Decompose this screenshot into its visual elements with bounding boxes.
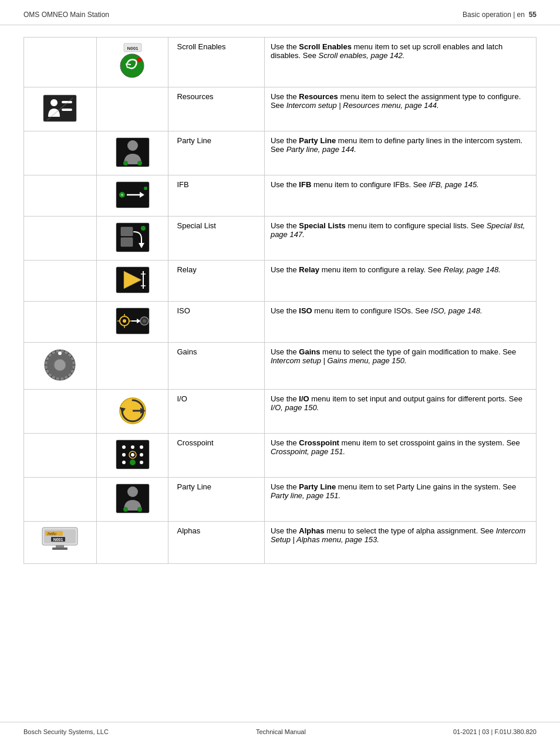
- header-left: OMS OMNEO Main Station: [23, 11, 109, 19]
- icon-right-cell: [96, 478, 168, 522]
- svg-point-15: [121, 194, 123, 196]
- icon-right-cell: [96, 217, 168, 261]
- svg-point-11: [123, 161, 128, 165]
- svg-rect-90: [52, 547, 68, 550]
- table-row: Special ListUse the Special Lists menu i…: [24, 217, 537, 261]
- row-name: Relay: [168, 261, 264, 302]
- row-description: Use the Relay menu item to configure a r…: [264, 261, 536, 302]
- icon-left-cell: [24, 261, 97, 302]
- icon-right-cell: N001: [96, 38, 168, 87]
- page: OMS OMNEO Main Station Basic operation |…: [0, 0, 560, 747]
- io-icon: [115, 420, 150, 428]
- alphas-icon: hello N001: [39, 550, 80, 559]
- iso-icon: [115, 329, 150, 337]
- row-description: Use the Gains menu to select the type of…: [264, 343, 536, 390]
- table-row: N001 Scroll EnablesUse the Scroll Enable…: [24, 38, 537, 87]
- row-description: Use the Alphas menu to select the type o…: [264, 522, 536, 564]
- svg-point-10: [127, 140, 138, 151]
- table-row: CrosspointUse the Crosspoint menu item t…: [24, 434, 537, 478]
- table-row: ISOUse the ISO menu item to configure IS…: [24, 302, 537, 343]
- relay-icon: [115, 288, 150, 296]
- svg-point-18: [144, 187, 147, 190]
- row-name: Party Line: [168, 131, 264, 175]
- svg-point-12: [137, 161, 142, 165]
- svg-point-62: [58, 351, 62, 355]
- icon-right-cell: [96, 302, 168, 343]
- row-name: Crosspoint: [168, 434, 264, 478]
- table-row: hello N001 AlphasUse the Alphas menu to …: [24, 522, 537, 564]
- svg-point-63: [54, 359, 66, 371]
- row-description: Use the IFB menu item to configure IFBs.…: [264, 175, 536, 217]
- row-name: Special List: [168, 217, 264, 261]
- footer-left: Bosch Security Systems, LLC: [23, 728, 109, 735]
- table-row: IFBUse the IFB menu item to configure IF…: [24, 175, 537, 217]
- svg-point-73: [131, 453, 134, 457]
- table-row: GainsUse the Gains menu to select the ty…: [24, 343, 537, 390]
- svg-point-72: [122, 453, 126, 457]
- svg-point-69: [122, 445, 126, 449]
- row-name: ISO: [168, 302, 264, 343]
- table-row: ResourcesUse the Resources menu item to …: [24, 87, 537, 131]
- svg-point-75: [122, 461, 126, 464]
- party-line-icon: [115, 161, 150, 170]
- svg-text:N001: N001: [127, 46, 139, 51]
- svg-point-80: [127, 486, 138, 497]
- icon-right-cell: [96, 434, 168, 478]
- svg-point-76: [130, 459, 136, 465]
- main-table: N001 Scroll EnablesUse the Scroll Enable…: [23, 37, 537, 564]
- svg-point-5: [50, 99, 58, 106]
- icon-right-cell: [96, 522, 168, 564]
- gains-icon: [41, 376, 79, 384]
- crosspoint-icon: [115, 464, 150, 472]
- svg-point-39: [143, 319, 146, 323]
- svg-rect-7: [62, 109, 72, 111]
- row-description: Use the ISO menu item to configure ISOs.…: [264, 302, 536, 343]
- row-description: Use the Scroll Enables menu item to set …: [264, 38, 536, 87]
- svg-rect-20: [121, 227, 133, 236]
- scroll-enables-icon: N001: [113, 73, 151, 82]
- footer-right: 01-2021 | 03 | F.01U.380.820: [453, 728, 537, 735]
- header-right: Basic operation | en 55: [463, 11, 537, 19]
- page-number: 55: [529, 11, 537, 19]
- svg-point-74: [140, 453, 143, 457]
- header-right-text: Basic operation | en: [463, 11, 525, 19]
- icon-left-cell: [24, 87, 97, 131]
- row-name: IFB: [168, 175, 264, 217]
- table-row: Party LineUse the Party Line menu item t…: [24, 131, 537, 175]
- row-name: Party Line: [168, 478, 264, 522]
- row-description: Use the I/O menu item to set input and o…: [264, 390, 536, 434]
- icon-left-cell: [24, 302, 97, 343]
- table-row: RelayUse the Relay menu item to configur…: [24, 261, 537, 302]
- icon-left-cell: [24, 343, 97, 390]
- row-name: Resources: [168, 87, 264, 131]
- row-name: I/O: [168, 390, 264, 434]
- resources-icon: [42, 117, 77, 126]
- table-row: Party LineUse the Party Line menu item t…: [24, 478, 537, 522]
- icon-left-cell: [24, 217, 97, 261]
- svg-point-3: [137, 58, 141, 62]
- table-row: I/OUse the I/O menu item to set input an…: [24, 390, 537, 434]
- icon-right-cell: [96, 131, 168, 175]
- svg-rect-21: [121, 238, 133, 246]
- icon-right-cell: [96, 87, 168, 131]
- icon-left-cell: [24, 434, 97, 478]
- icon-right-cell: [96, 175, 168, 217]
- row-name: Scroll Enables: [168, 38, 264, 87]
- svg-point-82: [137, 507, 142, 512]
- page-header: OMS OMNEO Main Station Basic operation |…: [0, 0, 560, 25]
- svg-point-31: [123, 319, 126, 323]
- svg-rect-89: [56, 545, 64, 547]
- special-list-icon: [115, 246, 150, 255]
- svg-point-77: [140, 461, 143, 464]
- icon-left-cell: [24, 478, 97, 522]
- svg-point-81: [123, 507, 128, 512]
- svg-point-70: [131, 445, 134, 449]
- svg-point-71: [140, 445, 143, 449]
- svg-point-23: [141, 226, 146, 231]
- party-line2-icon: [115, 508, 150, 516]
- icon-right-cell: [96, 390, 168, 434]
- icon-left-cell: hello N001: [24, 522, 97, 564]
- icon-right-cell: [96, 343, 168, 390]
- row-description: Use the Resources menu item to select th…: [264, 87, 536, 131]
- icon-left-cell: [24, 131, 97, 175]
